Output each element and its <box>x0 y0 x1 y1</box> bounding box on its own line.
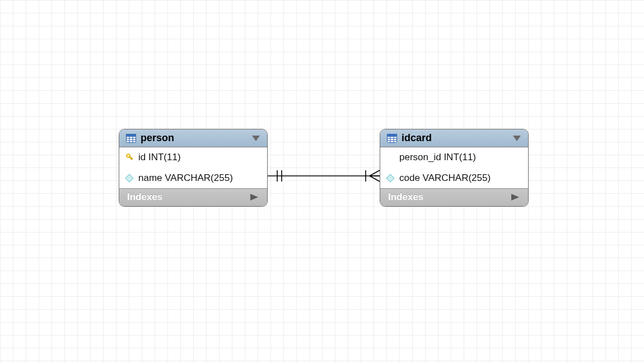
svg-marker-18 <box>125 174 133 182</box>
svg-line-6 <box>370 176 380 182</box>
svg-line-4 <box>370 170 380 176</box>
field-text: code VARCHAR(255) <box>399 173 491 184</box>
field-person-name[interactable]: name VARCHAR(255) <box>119 167 267 188</box>
entity-person[interactable]: person id INT(11) name VARCHAR(255) <box>119 129 268 207</box>
diamond-icon <box>386 174 395 183</box>
svg-marker-13 <box>252 136 260 141</box>
table-icon <box>126 134 136 143</box>
field-text: id INT(11) <box>138 152 181 163</box>
entity-idcard[interactable]: idcard person_id INT(11) code VARCHAR(25… <box>380 129 529 207</box>
indexes-label: Indexes <box>388 192 423 203</box>
field-idcard-personid[interactable]: person_id INT(11) <box>380 147 528 167</box>
entity-person-header[interactable]: person <box>119 129 267 147</box>
expand-arrow-icon <box>249 193 259 201</box>
entity-idcard-header[interactable]: idcard <box>380 129 528 147</box>
expand-arrow-icon <box>510 193 520 201</box>
entity-person-fields: id INT(11) name VARCHAR(255) <box>119 147 267 188</box>
relationship-connector <box>0 0 644 363</box>
entity-person-footer[interactable]: Indexes <box>119 188 267 206</box>
table-icon <box>387 134 397 143</box>
entity-person-title: person <box>141 132 247 144</box>
svg-point-15 <box>128 155 129 156</box>
svg-rect-21 <box>388 134 397 136</box>
blank-icon <box>386 153 395 162</box>
entity-idcard-fields: person_id INT(11) code VARCHAR(255) <box>380 147 528 188</box>
collapse-icon[interactable] <box>512 135 521 142</box>
key-icon <box>125 153 134 162</box>
diamond-icon <box>125 174 134 183</box>
field-person-id[interactable]: id INT(11) <box>119 147 267 167</box>
field-text: name VARCHAR(255) <box>138 173 233 184</box>
svg-rect-8 <box>127 134 136 136</box>
svg-marker-27 <box>386 174 394 182</box>
svg-marker-28 <box>511 194 519 201</box>
entity-idcard-footer[interactable]: Indexes <box>380 188 528 206</box>
indexes-label: Indexes <box>127 192 162 203</box>
er-diagram-canvas[interactable]: person id INT(11) name VARCHAR(255) <box>0 0 644 363</box>
entity-idcard-title: idcard <box>402 132 508 144</box>
svg-marker-26 <box>513 136 521 141</box>
svg-marker-19 <box>250 194 258 201</box>
field-idcard-code[interactable]: code VARCHAR(255) <box>380 167 528 188</box>
field-text: person_id INT(11) <box>399 152 476 163</box>
collapse-icon[interactable] <box>251 135 260 142</box>
